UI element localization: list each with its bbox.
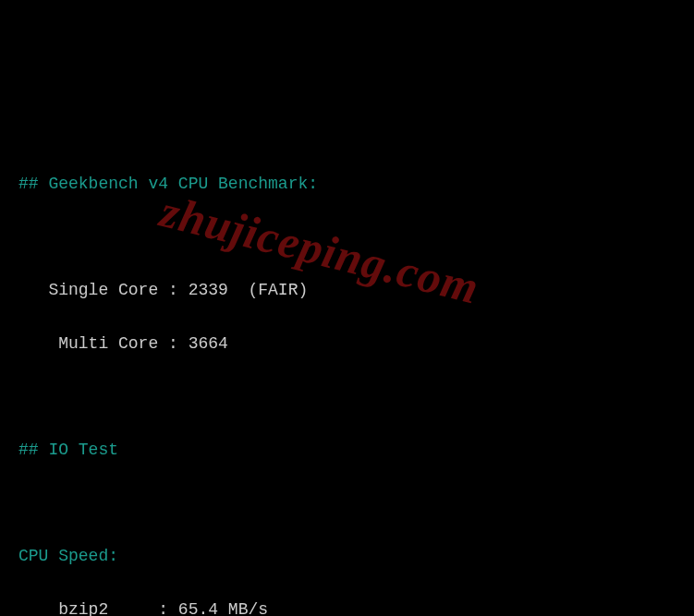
multi-core-line: Multi Core : 3664	[18, 331, 676, 357]
io-test-header: ## IO Test	[18, 437, 676, 464]
blank-line	[18, 223, 676, 250]
blank-line	[18, 383, 676, 410]
cpu-speed-section: CPU Speed:	[18, 543, 676, 570]
single-core-line: Single Core : 2339 (FAIR)	[18, 277, 676, 304]
bzip2-line: bzip2 : 65.4 MB/s	[18, 597, 676, 616]
blank-line	[18, 489, 676, 516]
geekbench-header: ## Geekbench v4 CPU Benchmark:	[18, 171, 676, 198]
